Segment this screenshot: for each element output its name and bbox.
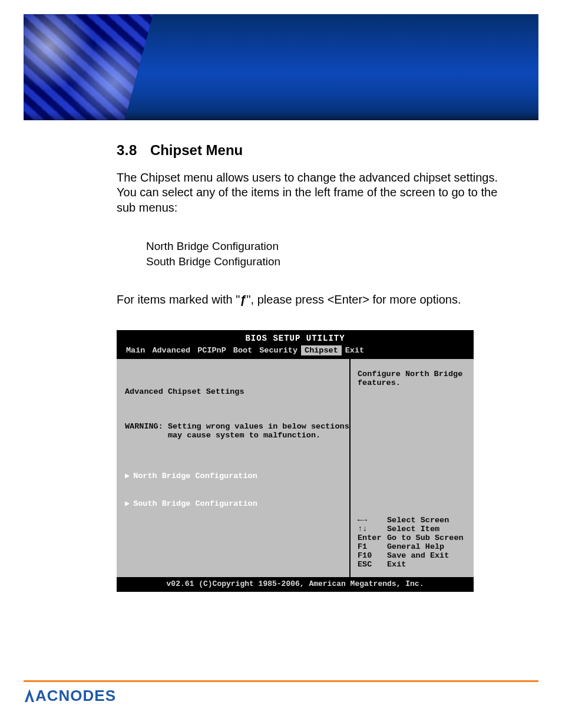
- section-heading: 3.8Chipset Menu: [117, 141, 520, 160]
- help-row: F1General Help: [358, 542, 466, 551]
- section-paragraph: The Chipset menu allows users to change …: [117, 170, 520, 216]
- brand-mark-icon: [24, 688, 35, 703]
- header-banner-image: [24, 14, 538, 120]
- bios-copyright: v02.61 (C)Copyright 1985-2006, American …: [117, 577, 474, 592]
- marker-glyph: ƒ: [240, 293, 246, 306]
- bios-tab-advanced[interactable]: Advanced: [148, 345, 194, 355]
- bios-warning: WARNING: Setting wrong values in below s…: [125, 422, 341, 440]
- bios-item-description: Configure North Bridge features.: [358, 370, 467, 387]
- page: 3.8Chipset Menu The Chipset menu allows …: [0, 14, 562, 706]
- brand-logo: ACNODES: [24, 687, 116, 705]
- bios-menu-item-north-bridge[interactable]: ▶North Bridge Configuration: [125, 470, 341, 480]
- help-row: ←→Select Screen: [358, 516, 466, 525]
- help-row: EnterGo to Sub Screen: [358, 533, 466, 542]
- bios-right-pane: Configure North Bridge features. ←→Selec…: [349, 359, 474, 577]
- footer-divider: [24, 680, 538, 682]
- section-title: Chipset Menu: [150, 142, 243, 158]
- bios-left-heading: Advanced Chipset Settings: [125, 387, 341, 396]
- bios-body: Advanced Chipset Settings WARNING: Setti…: [117, 359, 474, 577]
- help-row: F10Save and Exit: [358, 551, 466, 560]
- bios-help-keys: ←→Select Screen ↑↓Select Item EnterGo to…: [358, 516, 467, 569]
- bios-tab-bar: Main Advanced PCIPnP Boot Security Chips…: [117, 343, 474, 359]
- bios-tab-pcipnp[interactable]: PCIPnP: [194, 345, 230, 355]
- help-row: ESCExit: [358, 560, 466, 569]
- enter-instruction: For items marked with "ƒ", please press …: [117, 292, 520, 308]
- bios-menu-item-south-bridge[interactable]: ▶South Bridge Configuration: [125, 498, 341, 508]
- bios-tab-boot[interactable]: Boot: [230, 345, 256, 355]
- brand-text: ACNODES: [35, 687, 116, 705]
- section-number: 3.8: [117, 142, 137, 158]
- bios-tab-exit[interactable]: Exit: [342, 345, 368, 355]
- bios-screenshot: BIOS SETUP UTILITY Main Advanced PCIPnP …: [117, 330, 474, 592]
- bios-tab-chipset[interactable]: Chipset: [301, 345, 342, 355]
- page-footer: ACNODES: [24, 680, 538, 706]
- bios-left-pane: Advanced Chipset Settings WARNING: Setti…: [117, 359, 349, 577]
- help-row: ↑↓Select Item: [358, 525, 466, 533]
- triangle-icon: ▶: [125, 499, 130, 508]
- bios-tab-security[interactable]: Security: [256, 345, 301, 355]
- section-subitems: North Bridge Configuration South Bridge …: [146, 239, 520, 269]
- subitem: North Bridge Configuration: [146, 239, 520, 253]
- subitem: South Bridge Configuration: [146, 255, 520, 269]
- section-content: 3.8Chipset Menu The Chipset menu allows …: [117, 141, 520, 308]
- triangle-icon: ▶: [125, 472, 130, 480]
- bios-tab-main[interactable]: Main: [123, 345, 148, 355]
- bios-title: BIOS SETUP UTILITY: [117, 330, 474, 343]
